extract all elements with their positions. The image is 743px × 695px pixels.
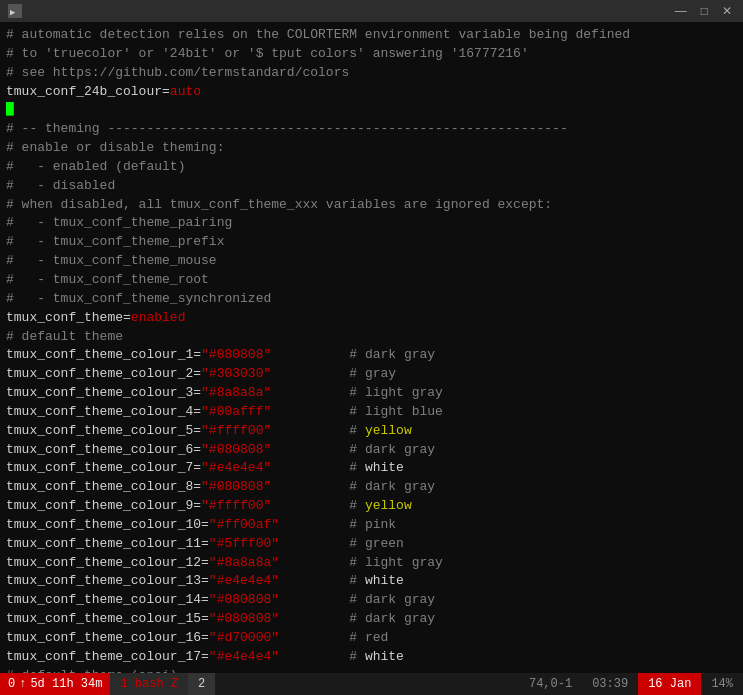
window-name: bash xyxy=(135,677,164,691)
status-percent: 14% xyxy=(701,673,743,695)
line-14: # - tmux_conf_theme_prefix xyxy=(6,233,737,252)
status-time: 03:39 xyxy=(582,673,638,695)
status-date: 16 Jan xyxy=(638,673,701,695)
status-bar: 0 ↑ 5d 11h 34m 1 bash Z 2 74,0-1 03:39 1… xyxy=(0,673,743,695)
line-color-4: tmux_conf_theme_colour_4="#00afff" # lig… xyxy=(6,403,737,422)
status-position: 74,0-1 xyxy=(519,673,582,695)
line-7: # -- theming ---------------------------… xyxy=(6,120,737,139)
line-color-12: tmux_conf_theme_colour_12="#8a8a8a" # li… xyxy=(6,554,737,573)
line-color-7: tmux_conf_theme_colour_7="#e4e4e4" # whi… xyxy=(6,459,737,478)
window-sep2 xyxy=(164,677,171,691)
line-11: # - disabled xyxy=(6,177,737,196)
window-id: 1 xyxy=(120,677,127,691)
line-16: # - tmux_conf_theme_root xyxy=(6,271,737,290)
percent-text: 14% xyxy=(711,677,733,691)
line-color-16: tmux_conf_theme_colour_16="#d70000" # re… xyxy=(6,629,737,648)
line-18: tmux_conf_theme=enabled xyxy=(6,309,737,328)
mode-arrow: ↑ xyxy=(19,677,26,691)
line-1: # automatic detection relies on the COLO… xyxy=(6,26,737,45)
line-6: █ xyxy=(6,101,737,120)
status-mode: 0 ↑ 5d 11h 34m xyxy=(0,673,110,695)
line-color-11: tmux_conf_theme_colour_11="#5fff00" # gr… xyxy=(6,535,737,554)
line-2: # to 'truecolor' or '24bit' or '$ tput c… xyxy=(6,45,737,64)
line-color-9: tmux_conf_theme_colour_9="#ffff00" # yel… xyxy=(6,497,737,516)
minimize-button[interactable]: — xyxy=(672,4,690,18)
line-color-10: tmux_conf_theme_colour_10="#ff00af" # pi… xyxy=(6,516,737,535)
status-session: 1 bash Z xyxy=(110,673,188,695)
window-sep xyxy=(128,677,135,691)
line-9: # enable or disable theming: xyxy=(6,139,737,158)
line-10: # - enabled (default) xyxy=(6,158,737,177)
svg-text:▶: ▶ xyxy=(10,8,16,17)
close-button[interactable]: ✕ xyxy=(719,4,735,18)
line-17: # - tmux_conf_theme_synchronized xyxy=(6,290,737,309)
line-color-17: tmux_conf_theme_colour_17="#e4e4e4" # wh… xyxy=(6,648,737,667)
title-bar: ▶ — □ ✕ xyxy=(0,0,743,22)
maximize-button[interactable]: □ xyxy=(698,4,711,18)
date-text: 16 Jan xyxy=(648,677,691,691)
session-time: 5d 11h 34m xyxy=(30,677,102,691)
status-right: 74,0-1 03:39 16 Jan 14% xyxy=(519,673,743,695)
terminal-icon: ▶ xyxy=(8,4,22,18)
line-color-13: tmux_conf_theme_colour_13="#e4e4e4" # wh… xyxy=(6,572,737,591)
line-color-14: tmux_conf_theme_colour_14="#080808" # da… xyxy=(6,591,737,610)
window-num: Z xyxy=(171,677,178,691)
line-color-8: tmux_conf_theme_colour_8="#080808" # dar… xyxy=(6,478,737,497)
pane-id: 2 xyxy=(198,677,205,691)
line-3: # see https://github.com/termstandard/co… xyxy=(6,64,737,83)
line-color-2: tmux_conf_theme_colour_2="#303030" # gra… xyxy=(6,365,737,384)
status-pane: 2 xyxy=(188,673,215,695)
line-color-15: tmux_conf_theme_colour_15="#080808" # da… xyxy=(6,610,737,629)
line-color-5: tmux_conf_theme_colour_5="#ffff00" # yel… xyxy=(6,422,737,441)
line-13: # - tmux_conf_theme_pairing xyxy=(6,214,737,233)
line-12: # when disabled, all tmux_conf_theme_xxx… xyxy=(6,196,737,215)
mode-number: 0 xyxy=(8,677,15,691)
line-20: # default theme xyxy=(6,328,737,347)
terminal-area[interactable]: # automatic detection relies on the COLO… xyxy=(0,22,743,673)
line-ansi-head: # default theme (ansi) xyxy=(6,667,737,673)
line-color-3: tmux_conf_theme_colour_3="#8a8a8a" # lig… xyxy=(6,384,737,403)
title-bar-left: ▶ xyxy=(8,4,28,18)
line-color-6: tmux_conf_theme_colour_6="#080808" # dar… xyxy=(6,441,737,460)
title-bar-controls[interactable]: — □ ✕ xyxy=(672,4,735,18)
time-text: 03:39 xyxy=(592,677,628,691)
line-color-1: tmux_conf_theme_colour_1="#080808" # dar… xyxy=(6,346,737,365)
line-4: tmux_conf_24b_colour=auto xyxy=(6,83,737,102)
line-15: # - tmux_conf_theme_mouse xyxy=(6,252,737,271)
position-text: 74,0-1 xyxy=(529,677,572,691)
